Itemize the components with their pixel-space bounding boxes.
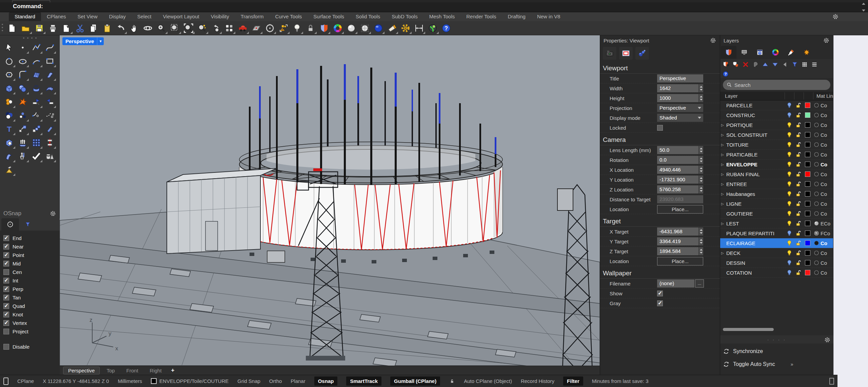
layer-search-box[interactable]: Search xyxy=(723,80,830,90)
analyze-person-tool-button[interactable] xyxy=(16,149,29,163)
toggle-auto-sync-button[interactable]: Toggle Auto Sync » xyxy=(720,358,833,370)
unlocked-padlock-icon[interactable] xyxy=(795,230,802,237)
layer-row-plaque-repartiti[interactable]: PLAQUE REPARTITIFCo xyxy=(720,228,833,238)
command-prompt[interactable]: Command: xyxy=(13,3,43,10)
layer-color-swatch[interactable] xyxy=(805,231,810,236)
linetype-text[interactable]: Co xyxy=(821,112,833,118)
scale-tool-button[interactable] xyxy=(16,122,29,136)
bulb-on-icon[interactable] xyxy=(786,181,793,187)
revolve-tool-button[interactable] xyxy=(29,81,43,95)
column-settings-button[interactable] xyxy=(801,61,808,68)
match-layer-button[interactable] xyxy=(752,61,759,68)
layer-color-swatch[interactable] xyxy=(805,221,810,226)
menu-tab-transform[interactable]: Transform xyxy=(235,12,270,21)
layers-tab-help[interactable]: ? xyxy=(752,46,768,59)
gear-icon[interactable] xyxy=(710,37,716,44)
move-layer-down-button[interactable] xyxy=(771,61,779,68)
menu-tab-viewport-layout[interactable]: Viewport Layout xyxy=(157,12,205,21)
command-bar[interactable]: Command: xyxy=(0,0,868,12)
material-icon[interactable] xyxy=(813,132,820,138)
options-gear-button[interactable] xyxy=(399,22,412,35)
osnap-checkbox-project[interactable] xyxy=(3,329,9,334)
status-toggle-planar[interactable]: Planar xyxy=(291,378,305,384)
dim-red-tool-button[interactable] xyxy=(43,136,57,149)
material-icon[interactable] xyxy=(813,122,820,128)
mesh-srf-tool-button[interactable] xyxy=(43,81,57,95)
layer-row-portique[interactable]: ▷PORTIQUECo xyxy=(720,120,833,130)
toolbar-grip[interactable] xyxy=(1,24,3,33)
delete-layer-button[interactable] xyxy=(742,61,749,68)
layer-color-swatch[interactable] xyxy=(805,260,810,265)
layer-name[interactable]: PLAQUE REPARTITI xyxy=(726,231,785,236)
scroll-up-icon[interactable] xyxy=(862,3,865,5)
unlocked-padlock-icon[interactable] xyxy=(795,181,802,187)
property-input[interactable]: Perspective xyxy=(657,74,703,82)
layer-row-parcelle[interactable]: PARCELLECo xyxy=(720,100,833,110)
properties-tab-camera[interactable] xyxy=(603,47,616,60)
osnap-checkbox-int[interactable] xyxy=(3,278,9,283)
expand-arrow-icon[interactable]: ▷ xyxy=(721,133,725,137)
stepper-arrows[interactable] xyxy=(698,185,703,194)
viewport-layout-button[interactable] xyxy=(222,22,236,35)
rotate-copy-tool-button[interactable] xyxy=(43,122,57,136)
material-icon[interactable] xyxy=(813,230,820,236)
layer-row-enveloppe[interactable]: ▷ENVELOPPECo xyxy=(720,160,833,169)
osnap-checkbox-knot[interactable] xyxy=(3,312,9,317)
layer-color-swatch[interactable] xyxy=(805,211,810,216)
menu-tab-set-view[interactable]: Set View xyxy=(72,12,103,21)
unlocked-padlock-icon[interactable] xyxy=(795,210,802,217)
chevron-down-icon[interactable]: ▼ xyxy=(97,37,104,45)
layer-row-eclairage[interactable]: ECLAIRAGECo xyxy=(720,238,833,248)
circle-center-button[interactable] xyxy=(263,22,277,35)
paste-button[interactable] xyxy=(100,22,114,35)
bulb-on-icon[interactable] xyxy=(786,161,793,168)
layer-color-swatch[interactable] xyxy=(805,142,810,147)
layer-name[interactable]: DECK xyxy=(726,250,785,256)
pan-hand-button[interactable] xyxy=(127,22,141,35)
material-icon[interactable] xyxy=(813,201,820,207)
osnap-tab-filter[interactable] xyxy=(19,218,37,231)
gear-icon[interactable] xyxy=(50,210,56,217)
osnap-checkbox-cen[interactable] xyxy=(3,269,9,275)
osnap-checkbox-perp[interactable] xyxy=(3,286,9,292)
lightbulb-button[interactable] xyxy=(290,22,304,35)
layer-row-ruban-final[interactable]: ▷RUBAN FINALCo xyxy=(720,169,833,179)
layer-name[interactable]: LEST xyxy=(726,221,785,226)
layer-name[interactable]: PRATICABLE xyxy=(726,152,785,158)
boolean-circles-tool-button[interactable] xyxy=(2,109,16,122)
gear-icon[interactable] xyxy=(823,37,830,44)
bulb-on-icon[interactable] xyxy=(786,122,793,128)
layer-name[interactable]: ENVELOPPE xyxy=(726,162,785,167)
linetype-text[interactable]: Co xyxy=(821,152,833,158)
layer-name[interactable]: CONSTRUC xyxy=(726,112,785,118)
bulb-off-icon[interactable] xyxy=(786,112,793,118)
layer-name[interactable]: PORTIQUE xyxy=(726,122,785,128)
layer-color-swatch[interactable] xyxy=(805,171,810,177)
unlocked-padlock-icon[interactable] xyxy=(795,240,802,246)
gear-icon[interactable] xyxy=(824,336,831,343)
unlocked-padlock-icon[interactable] xyxy=(795,190,802,197)
property-dropdown[interactable]: Shaded xyxy=(657,114,703,122)
bulb-off-icon[interactable] xyxy=(786,259,793,266)
bulb-on-icon[interactable] xyxy=(786,151,793,158)
layer-color-swatch[interactable] xyxy=(805,250,810,256)
material-icon[interactable] xyxy=(813,191,820,197)
split-tool-button[interactable] xyxy=(43,95,57,109)
layer-row-construc[interactable]: CONSTRUCCo xyxy=(720,110,833,120)
layer-row-lest[interactable]: ▷LESTECo xyxy=(720,219,833,228)
solid-edit-tool-button[interactable] xyxy=(2,136,16,149)
viewport-tab-front[interactable]: Front xyxy=(122,367,143,374)
render-globe-button[interactable] xyxy=(426,22,439,35)
lock-button[interactable] xyxy=(304,22,317,35)
menu-tab-curve-tools[interactable]: Curve Tools xyxy=(269,12,308,21)
check-tool-button[interactable] xyxy=(29,149,43,163)
property-input[interactable]: -17321.900 xyxy=(657,176,703,184)
scrollbar-thumb[interactable] xyxy=(723,328,774,331)
layers-tab-layers[interactable] xyxy=(721,46,736,59)
osnap-checkbox-end[interactable] xyxy=(3,235,9,241)
sidebar-grip[interactable] xyxy=(0,35,59,41)
open-file-button[interactable] xyxy=(19,22,33,35)
save-file-button[interactable] xyxy=(33,22,46,35)
linetype-text[interactable]: ECo xyxy=(821,221,833,226)
menu-tab-mesh-tools[interactable]: Mesh Tools xyxy=(423,12,461,21)
